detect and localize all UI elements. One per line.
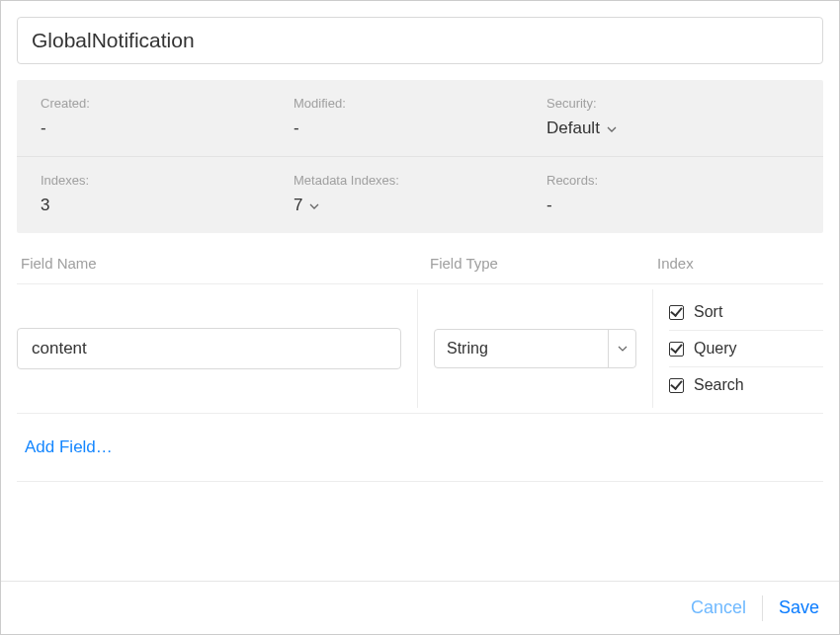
index-sort-label: Sort [694,303,722,321]
security-value: Default [546,119,600,137]
record-type-name-input[interactable] [17,17,823,64]
created-value: - [41,119,294,138]
metadata-indexes-dropdown[interactable]: 7 [294,196,546,215]
field-row: String Sort Query Search [17,283,823,414]
checkbox-icon [669,305,684,320]
add-field-button[interactable]: Add Field… [17,414,823,482]
column-field-type: Field Type [430,255,657,272]
indexes-value: 3 [41,196,294,215]
column-index: Index [657,255,823,272]
checkbox-icon [669,378,684,393]
field-name-input[interactable] [17,328,401,369]
security-dropdown[interactable]: Default [546,119,799,138]
index-sort-checkbox[interactable]: Sort [669,294,823,330]
column-field-name: Field Name [21,255,430,272]
save-button[interactable]: Save [779,597,819,618]
security-label: Security: [546,96,799,111]
chevron-down-icon [608,330,635,367]
index-search-label: Search [694,376,744,394]
modified-value: - [294,119,546,138]
footer-divider [762,595,763,621]
index-query-label: Query [694,340,737,357]
cancel-button[interactable]: Cancel [691,597,746,618]
metadata-indexes-value: 7 [294,196,302,214]
field-type-value: String [435,330,608,367]
index-search-checkbox[interactable]: Search [669,366,823,403]
metadata-panel: Created: - Modified: - Security: Default [17,80,823,233]
records-value: - [546,196,799,215]
records-label: Records: [546,173,799,188]
chevron-down-icon [309,203,319,209]
created-label: Created: [41,96,294,111]
dialog-panel: Created: - Modified: - Security: Default [0,0,840,635]
chevron-down-icon [607,126,617,132]
index-query-checkbox[interactable]: Query [669,330,823,366]
dialog-footer: Cancel Save [1,581,839,634]
field-type-select[interactable]: String [434,329,636,368]
checkbox-icon [669,342,684,357]
metadata-indexes-label: Metadata Indexes: [294,173,546,188]
indexes-label: Indexes: [41,173,294,188]
modified-label: Modified: [294,96,546,111]
fields-header-row: Field Name Field Type Index [17,233,823,283]
